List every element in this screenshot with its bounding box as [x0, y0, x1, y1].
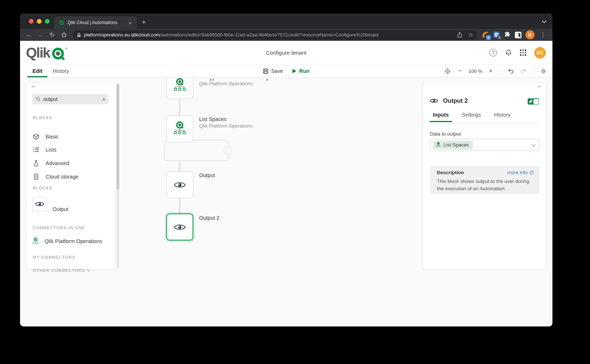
- blocks-sidebar: − × BLOCKS Basic: [26, 82, 116, 270]
- tabs-divider: [430, 123, 539, 124]
- tab-edit[interactable]: Edit: [27, 65, 47, 77]
- qlik-connector-icon: [32, 237, 39, 246]
- toolbar-divider: [501, 67, 501, 75]
- app-launcher-grid-icon[interactable]: [520, 50, 526, 56]
- url-path: /automations/editor/9ab990d0-fb0e-11ed-a…: [160, 32, 379, 38]
- list-icon: [33, 146, 39, 153]
- zoom-in-button[interactable]: +: [485, 66, 496, 76]
- description-box: Description more info This block shows o…: [430, 166, 539, 194]
- home-icon: [61, 32, 67, 38]
- browser-navbar: ← → ↻ platformoperations.eu.qlikcloud.co…: [20, 29, 552, 41]
- more-info-link[interactable]: more info: [507, 170, 534, 175]
- link-icon: [529, 99, 533, 103]
- inspector-tabs: Inputs Settings History: [433, 112, 511, 122]
- settings-gear-icon[interactable]: [538, 66, 549, 76]
- output-block-tile-label: Output: [53, 206, 69, 212]
- tab-inputs[interactable]: Inputs: [433, 112, 449, 122]
- data-source-dropdown[interactable]: List Spaces: [430, 139, 539, 151]
- tab-settings[interactable]: Settings: [462, 112, 481, 122]
- browser-menu-icon[interactable]: ⋮: [539, 31, 547, 38]
- user-avatar[interactable]: DC: [534, 47, 546, 59]
- loop-container: [164, 140, 229, 161]
- section-header-blocks: BLOCKS: [33, 116, 53, 120]
- run-label: Run: [299, 68, 309, 74]
- zoom-window-button[interactable]: [45, 19, 50, 24]
- clear-search-icon[interactable]: ×: [102, 96, 105, 102]
- search-input[interactable]: [43, 96, 102, 102]
- run-button[interactable]: Run: [292, 68, 309, 74]
- data-to-output-label: Data to output: [430, 131, 461, 137]
- close-window-button[interactable]: [29, 19, 34, 24]
- flow-block-trigger[interactable]: [166, 78, 193, 99]
- flow-block-trigger-subtitle: Qlik Platform Operations: [199, 81, 253, 86]
- forward-button[interactable]: →: [35, 30, 46, 40]
- flow-block-list-spaces[interactable]: [166, 116, 193, 142]
- linked-toggle[interactable]: [528, 98, 539, 105]
- sidebar-item-basic[interactable]: Basic: [26, 130, 116, 143]
- sidebar-collapse-icon[interactable]: −: [31, 83, 35, 91]
- block-search-field[interactable]: ×: [32, 94, 108, 104]
- canvas-controls: − 100 % +: [442, 65, 549, 77]
- sidebar-item-label: Qlik Platform Operations: [44, 238, 102, 244]
- editor-mode-tabs: Edit History: [27, 65, 74, 77]
- back-button[interactable]: ←: [24, 30, 34, 40]
- app-header: Qlik ® Configure tenant ? DC: [20, 41, 552, 64]
- block-inspector-panel: − Output 2 Inputs: [423, 82, 547, 270]
- selected-source-label: List Spaces: [443, 142, 469, 148]
- extensions-puzzle-icon[interactable]: [504, 31, 511, 38]
- chevron-down-icon: [86, 268, 90, 272]
- eye-icon: [35, 201, 44, 207]
- center-canvas-icon[interactable]: [442, 66, 453, 76]
- inspector-collapse-icon[interactable]: −: [537, 83, 541, 91]
- qlik-connector-icon: [172, 121, 187, 137]
- password-manager-extension-icon[interactable]: 6: [493, 31, 500, 38]
- url-domain: platformoperations.eu.qlikcloud.com: [84, 32, 160, 38]
- sidebar-item-cloud-storage[interactable]: Cloud storage: [26, 170, 116, 183]
- description-heading: Description: [437, 170, 464, 175]
- sidebar-toggle-icon[interactable]: [515, 32, 521, 38]
- chevron-down-icon: [532, 142, 536, 146]
- minimize-window-button[interactable]: [37, 19, 42, 24]
- section-header-blocks-results: BLOCKS: [33, 186, 53, 190]
- flow-block-title: List Spaces: [199, 116, 226, 122]
- bookmark-star-icon[interactable]: ☆: [468, 31, 473, 38]
- external-link-icon: [529, 171, 534, 175]
- output-block-tile[interactable]: [32, 197, 47, 211]
- section-header-other-connectors[interactable]: OTHER CONNECTORS: [33, 268, 90, 273]
- browser-tab[interactable]: Qlik Cloud | Automations ×: [54, 16, 137, 29]
- automation-canvas[interactable]: Qlik Platform Operations List Spaces Qli…: [20, 78, 552, 326]
- qlik-connector-icon: [172, 78, 187, 94]
- scrollbar-thumb[interactable]: [117, 84, 119, 189]
- save-icon: [263, 69, 268, 74]
- qlik-connector-icon: [436, 142, 441, 148]
- tab-history[interactable]: History: [494, 112, 511, 122]
- sidebar-item-advanced[interactable]: Advanced: [26, 157, 116, 170]
- play-icon: [292, 69, 296, 73]
- toolbar-divider: [533, 67, 533, 75]
- help-icon[interactable]: ?: [489, 49, 497, 56]
- tab-search-chevron-icon[interactable]: [542, 19, 547, 23]
- reload-button[interactable]: ↻: [47, 30, 57, 40]
- tab-history[interactable]: History: [47, 65, 74, 77]
- redo-button[interactable]: [518, 66, 529, 76]
- browser-profile-avatar[interactable]: D: [525, 30, 535, 39]
- share-icon[interactable]: [457, 32, 462, 38]
- url-bar[interactable]: platformoperations.eu.qlikcloud.com/auto…: [73, 30, 477, 40]
- home-button[interactable]: [59, 30, 69, 40]
- sidebar-item-lists[interactable]: Lists: [26, 143, 116, 156]
- flow-block-output[interactable]: [166, 171, 193, 198]
- sidebar-item-qlik-platform-operations[interactable]: Qlik Platform Operations: [26, 235, 116, 248]
- undo-button[interactable]: [505, 66, 516, 76]
- new-tab-button[interactable]: +: [142, 18, 146, 26]
- save-button[interactable]: Save: [263, 68, 283, 74]
- inspector-block-title: Output 2: [443, 97, 468, 104]
- sidebar-scrollbar[interactable]: [117, 84, 119, 268]
- rss-extension-icon[interactable]: 1: [482, 31, 489, 38]
- notifications-bell-icon[interactable]: [505, 49, 512, 56]
- loop-output-port[interactable]: [224, 146, 232, 154]
- flow-block-output2-selected[interactable]: [166, 214, 193, 240]
- editor-toolbar: Edit History Save Run: [20, 64, 552, 78]
- shield-badge: 6: [497, 35, 502, 40]
- tab-close-icon[interactable]: ×: [127, 20, 133, 26]
- zoom-out-button[interactable]: −: [455, 66, 466, 76]
